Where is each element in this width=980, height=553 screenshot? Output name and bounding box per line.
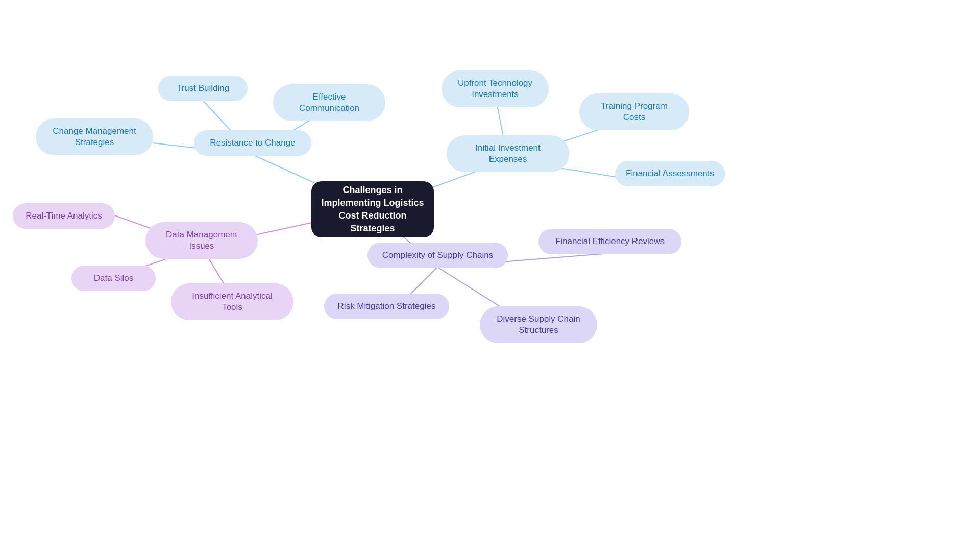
trust-building-node[interactable]: Trust Building — [158, 76, 248, 101]
center-label: Challenges in Implementing Logistics Cos… — [319, 184, 426, 235]
financial-eff-label: Financial Efficiency Reviews — [555, 236, 665, 247]
effective-communication-node[interactable]: Effective Communication — [273, 84, 385, 121]
realtime-analytics-node[interactable]: Real-Time Analytics — [13, 203, 115, 229]
data-mgmt-label: Data Management Issues — [156, 229, 248, 252]
change-mgmt-label: Change Management Strategies — [46, 126, 143, 148]
data-silos-node[interactable]: Data Silos — [71, 266, 156, 291]
trust-label: Trust Building — [177, 83, 229, 94]
upfront-technology-node[interactable]: Upfront Technology Investments — [442, 70, 549, 107]
complexity-supply-chains-node[interactable]: Complexity of Supply Chains — [368, 243, 508, 268]
financial-assessments-node[interactable]: Financial Assessments — [615, 161, 725, 186]
change-management-node[interactable]: Change Management Strategies — [36, 118, 153, 155]
training-label: Training Program Costs — [590, 101, 679, 123]
initial-investment-node[interactable]: Initial Investment Expenses — [447, 135, 569, 172]
data-silos-label: Data Silos — [94, 273, 133, 284]
training-program-costs-node[interactable]: Training Program Costs — [579, 93, 689, 130]
upfront-tech-label: Upfront Technology Investments — [452, 78, 538, 100]
resistance-label: Resistance to Change — [210, 137, 295, 149]
center-node: Challenges in Implementing Logistics Cos… — [311, 181, 434, 237]
financial-assess-label: Financial Assessments — [626, 168, 714, 179]
resistance-to-change-node[interactable]: Resistance to Change — [194, 130, 311, 156]
financial-efficiency-reviews-node[interactable]: Financial Efficiency Reviews — [538, 229, 681, 254]
initial-invest-label: Initial Investment Expenses — [457, 142, 559, 165]
complexity-label: Complexity of Supply Chains — [382, 250, 493, 261]
data-management-node[interactable]: Data Management Issues — [145, 222, 258, 259]
realtime-label: Real-Time Analytics — [26, 210, 102, 222]
effective-comm-label: Effective Communication — [283, 91, 375, 114]
insufficient-label: Insufficient Analytical Tools — [181, 291, 283, 313]
diverse-supply-chain-node[interactable]: Diverse Supply Chain Structures — [480, 306, 597, 343]
diverse-label: Diverse Supply Chain Structures — [490, 314, 587, 336]
insufficient-analytical-tools-node[interactable]: Insufficient Analytical Tools — [171, 283, 293, 320]
risk-mitigation-strategies-node[interactable]: Risk Mitigation Strategies — [324, 294, 449, 319]
risk-mitig-label: Risk Mitigation Strategies — [338, 301, 436, 312]
